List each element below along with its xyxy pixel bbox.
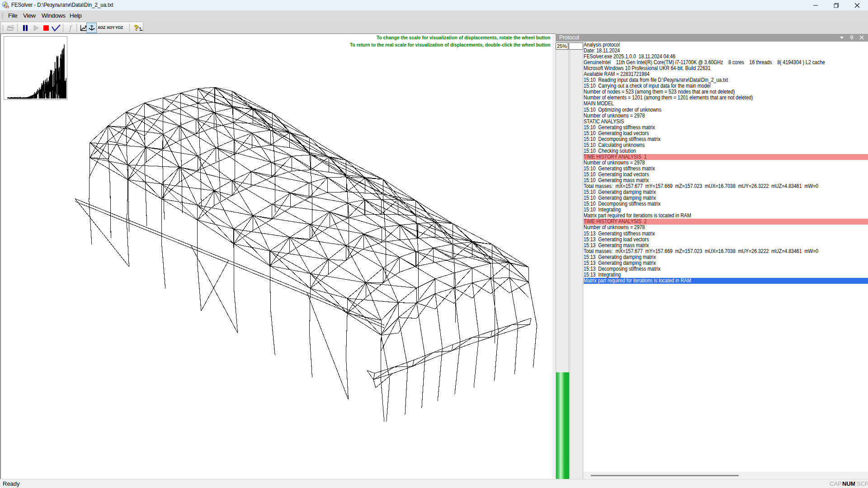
svg-text:25: 25 bbox=[5, 5, 9, 9]
